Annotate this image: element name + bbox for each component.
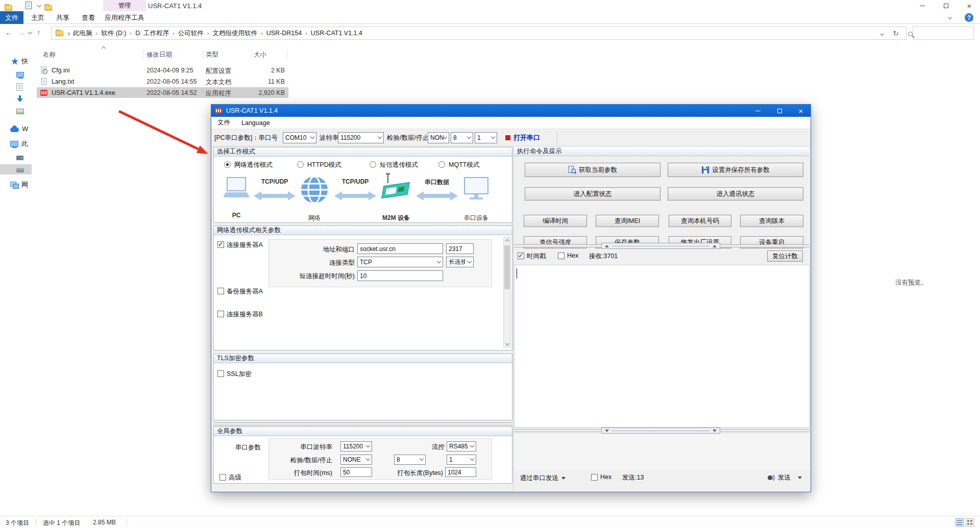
query-version-button[interactable]: 查询版本 (740, 215, 803, 227)
server-a-checkbox[interactable] (217, 241, 224, 248)
column-header-date[interactable]: 修改日期 (146, 51, 172, 59)
breadcrumb[interactable]: 此电脑› 软件 (D:)› D: 工作程序› 公司软件› 文档组使用软件› US… (51, 27, 906, 40)
sidebar-item-device[interactable] (0, 152, 32, 162)
server-address-input[interactable]: socket.usr.cn (357, 243, 443, 254)
long-connection-select[interactable]: 长连接 (446, 257, 474, 267)
menu-language[interactable]: Language (241, 119, 270, 127)
app-maximize-button[interactable] (771, 105, 788, 117)
radio-httpd-mode[interactable] (297, 161, 304, 168)
tab-app-tools[interactable]: 应用程序工具 (103, 11, 146, 24)
flow-control-select[interactable]: RS485 (447, 441, 476, 451)
parity-select[interactable]: NONE (428, 132, 449, 143)
column-header-type[interactable]: 类型 (206, 51, 218, 59)
explorer-minimize-button[interactable] (914, 0, 931, 11)
databits-select[interactable]: 8 (451, 132, 473, 143)
advanced-checkbox[interactable] (219, 474, 226, 481)
sidebar-item-this-pc[interactable]: 此 (0, 139, 32, 149)
enter-config-button[interactable]: 进入配置状态 (525, 187, 660, 200)
left-splitter[interactable] (213, 422, 512, 425)
server-port-input[interactable]: 2317 (446, 243, 474, 254)
reset-counter-button[interactable]: 复位计数 (767, 250, 803, 262)
send-splitter-handle[interactable] (601, 428, 720, 434)
receive-splitter-handle[interactable] (601, 243, 720, 249)
send-input-area[interactable] (514, 434, 810, 470)
breadcrumb-item[interactable]: 软件 (D:) (101, 29, 126, 38)
breadcrumb-item[interactable]: 文档组使用软件 (212, 29, 257, 38)
quick-access-folder-icon[interactable] (5, 5, 12, 11)
up-icon[interactable]: ↑ (37, 29, 41, 36)
menu-file[interactable]: 文件 (217, 118, 230, 127)
global-baud-select[interactable]: 115200 (340, 441, 372, 451)
back-icon[interactable]: ← (5, 29, 13, 36)
stopbits-select[interactable]: 1 (475, 132, 497, 143)
sidebar-item-pictures[interactable] (0, 106, 32, 116)
radio-mqtt-mode[interactable] (438, 161, 445, 168)
refresh-icon[interactable]: ↻ (893, 30, 899, 37)
set-save-all-button[interactable]: 设置并保存所有参数 (668, 163, 803, 177)
tab-file[interactable]: 文件 (0, 11, 23, 24)
help-icon[interactable]: ? (965, 13, 973, 22)
get-params-button[interactable]: 获取当前参数 (525, 163, 660, 177)
sidebar-item-downloads[interactable] (0, 94, 32, 104)
query-imei-button[interactable]: 查询IMEI (596, 215, 659, 227)
connection-type-select[interactable]: TCP (357, 257, 443, 267)
open-serial-button[interactable]: 打开串口 (505, 132, 540, 143)
breadcrumb-item[interactable]: D: 工作程序 (135, 29, 169, 38)
search-input[interactable] (913, 27, 974, 40)
pack-length-input[interactable]: 1024 (445, 467, 476, 477)
netparams-scrollbar[interactable] (503, 237, 511, 347)
sidebar-item-cloud[interactable]: W (0, 123, 32, 134)
sidebar-item-quick-access[interactable]: 快 (0, 56, 32, 66)
explorer-restore-button[interactable] (937, 0, 954, 11)
tab-view[interactable]: 查看 (77, 11, 100, 24)
sidebar-item-drive[interactable] (0, 164, 32, 174)
chevron-down-icon (561, 477, 566, 480)
breadcrumb-item[interactable]: USR-DR154 (266, 30, 302, 37)
app-titlebar: USR-CAT1 V1.1.4 × (211, 105, 811, 117)
explorer-close-button[interactable]: × (961, 0, 978, 11)
breadcrumb-item[interactable]: 此电脑 (73, 29, 92, 38)
app-close-button[interactable]: × (792, 105, 810, 117)
ssl-checkbox[interactable] (217, 370, 224, 377)
baud-select[interactable]: 115200 (338, 132, 384, 143)
details-view-toggle-icon[interactable] (955, 518, 964, 526)
send-via-dropdown[interactable]: 通过串口发送 (520, 473, 566, 483)
breadcrumb-item[interactable]: USR-CAT1 V1.1.4 (311, 30, 362, 37)
properties-icon[interactable] (26, 2, 32, 9)
receive-hex-checkbox[interactable] (558, 253, 565, 259)
enter-comm-button[interactable]: 进入通讯状态 (668, 187, 803, 200)
column-header-name[interactable]: 名称 (43, 51, 56, 59)
qat-customize-chevron-icon[interactable] (37, 3, 41, 7)
recent-locations-chevron-icon[interactable] (28, 30, 32, 34)
sidebar-item-desktop[interactable] (0, 69, 32, 80)
query-number-button[interactable]: 查询本机号码 (669, 215, 731, 227)
pack-time-input[interactable]: 50 (340, 467, 372, 477)
breadcrumb-item[interactable]: 公司软件 (178, 29, 204, 38)
global-parity-select[interactable]: NONE (340, 455, 372, 465)
column-header-size[interactable]: 大小 (254, 51, 266, 59)
radio-net-transparent-mode[interactable] (224, 161, 231, 168)
receive-log-area[interactable] (514, 265, 810, 428)
thumbnail-view-toggle-icon[interactable] (966, 518, 974, 526)
app-minimize-button[interactable] (749, 105, 767, 117)
new-folder-icon[interactable] (44, 5, 52, 11)
ribbon-collapse-chevron-icon[interactable] (948, 15, 952, 19)
timestamp-checkbox[interactable] (518, 253, 524, 259)
file-name: Lang.txt (52, 78, 74, 85)
global-databits-select[interactable]: 8 (394, 455, 426, 465)
short-conn-timeout-input[interactable]: 10 (357, 270, 443, 281)
send-hex-checkbox[interactable] (591, 474, 598, 481)
radio-sms-mode[interactable] (370, 161, 376, 168)
server-b-checkbox[interactable] (217, 311, 224, 317)
compile-time-button[interactable]: 编译时间 (524, 215, 587, 227)
sidebar-item-documents[interactable] (0, 82, 32, 92)
sidebar-item-network[interactable]: 网 (0, 180, 32, 190)
address-dropdown-chevron-icon[interactable] (880, 32, 884, 36)
com-port-select[interactable]: COM10 (283, 132, 316, 143)
global-stopbits-select[interactable]: 1 (447, 455, 476, 465)
send-button[interactable]: 发送 (767, 472, 802, 483)
tab-home[interactable]: 主页 (27, 11, 49, 24)
tab-share[interactable]: 共享 (51, 11, 75, 24)
backup-server-a-checkbox[interactable] (217, 288, 224, 294)
forward-icon[interactable]: → (17, 29, 25, 36)
